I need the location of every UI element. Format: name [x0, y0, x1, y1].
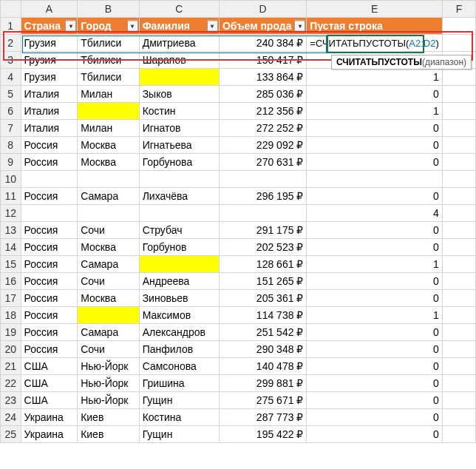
cell[interactable]	[442, 35, 475, 52]
cell[interactable]: Струбач	[139, 222, 219, 239]
row-header[interactable]: 10	[1, 171, 21, 188]
cell[interactable]: 290 348 ₽	[219, 341, 306, 358]
cell[interactable]: 291 175 ₽	[219, 222, 306, 239]
row-header[interactable]: 11	[1, 188, 21, 205]
row-header[interactable]: 7	[1, 120, 21, 137]
filter-icon[interactable]: ▾	[127, 21, 138, 32]
cell[interactable]: Нью-Йорк	[78, 358, 140, 375]
cell[interactable]: Лихачёва	[139, 188, 219, 205]
col-header-D[interactable]: D	[219, 1, 306, 18]
cell[interactable]: Грузия	[21, 52, 78, 69]
row-header[interactable]: 5	[1, 86, 21, 103]
cell[interactable]: Москва	[78, 137, 140, 154]
row-header[interactable]: 8	[1, 137, 21, 154]
cell[interactable]	[139, 171, 219, 188]
cell[interactable]	[307, 171, 442, 188]
cell[interactable]: Россия	[21, 341, 78, 358]
header-country[interactable]: Страна▾	[21, 18, 78, 35]
cell[interactable]: Россия	[21, 307, 78, 324]
cell[interactable]: 0	[307, 273, 442, 290]
cell[interactable]: Россия	[21, 239, 78, 256]
cell[interactable]: Нью-Йорк	[78, 375, 140, 392]
cell[interactable]: 299 881 ₽	[219, 375, 306, 392]
cell[interactable]: Нью-Йорк	[78, 392, 140, 409]
cell[interactable]: 0	[307, 86, 442, 103]
cell[interactable]: 0	[307, 290, 442, 307]
cell[interactable]: Игнатьева	[139, 137, 219, 154]
cell[interactable]: Москва	[78, 154, 140, 171]
cell[interactable]: 275 671 ₽	[219, 392, 306, 409]
row-header[interactable]: 24	[1, 409, 21, 426]
spreadsheet[interactable]: A B C D E F 1 Страна▾ Город▾ Фамилия▾ Об…	[0, 0, 476, 443]
cell[interactable]: Зыков	[139, 86, 219, 103]
cell[interactable]: Тбилиси	[78, 35, 140, 52]
cell[interactable]: Горбунова	[139, 154, 219, 171]
cell[interactable]: Тбилиси	[78, 52, 140, 69]
row-header[interactable]: 15	[1, 256, 21, 273]
header-empty[interactable]: Пустая строка	[307, 18, 442, 35]
cell[interactable]	[442, 273, 475, 290]
cell[interactable]	[442, 171, 475, 188]
cell[interactable]	[78, 205, 140, 222]
cell[interactable]: 0	[307, 375, 442, 392]
cell[interactable]: Гущин	[139, 392, 219, 409]
cell[interactable]: Андреева	[139, 273, 219, 290]
cell[interactable]	[442, 409, 475, 426]
cell[interactable]	[442, 307, 475, 324]
cell[interactable]: Сочи	[78, 273, 140, 290]
cell[interactable]: Самара	[78, 188, 140, 205]
cell[interactable]: Игнатов	[139, 120, 219, 137]
row-header[interactable]: 16	[1, 273, 21, 290]
row-header[interactable]: 9	[1, 154, 21, 171]
filter-icon[interactable]: ▾	[65, 21, 76, 32]
cell[interactable]: Киев	[78, 426, 140, 443]
cell[interactable]	[442, 426, 475, 443]
col-header-E[interactable]: E	[307, 1, 442, 18]
row-header[interactable]: 25	[1, 426, 21, 443]
cell[interactable]: 0	[307, 137, 442, 154]
cell[interactable]	[442, 239, 475, 256]
cell[interactable]: 240 384 ₽	[219, 35, 306, 52]
row-header[interactable]: 21	[1, 358, 21, 375]
cell[interactable]: Сочи	[78, 341, 140, 358]
cell[interactable]	[219, 171, 306, 188]
cell[interactable]	[442, 358, 475, 375]
row-header[interactable]: 2	[1, 35, 21, 52]
cell[interactable]: 151 265 ₽	[219, 273, 306, 290]
cell[interactable]: Костина	[139, 409, 219, 426]
cell[interactable]: 0	[307, 222, 442, 239]
cell[interactable]: Гущин	[139, 426, 219, 443]
cell[interactable]: 212 356 ₽	[219, 103, 306, 120]
cell[interactable]: Россия	[21, 273, 78, 290]
cell[interactable]: Максимов	[139, 307, 219, 324]
col-header-A[interactable]: A	[21, 1, 78, 18]
cell[interactable]: Самсонова	[139, 358, 219, 375]
cell[interactable]: Россия	[21, 222, 78, 239]
cell[interactable]	[442, 69, 475, 86]
cell[interactable]: 4	[307, 205, 442, 222]
cell[interactable]	[442, 120, 475, 137]
col-header-F[interactable]: F	[442, 1, 475, 18]
row-header[interactable]: 20	[1, 341, 21, 358]
cell[interactable]: Панфилов	[139, 341, 219, 358]
cell[interactable]: Дмитриева	[139, 35, 219, 52]
cell[interactable]: Горбунов	[139, 239, 219, 256]
cell[interactable]: 140 478 ₽	[219, 358, 306, 375]
row-header[interactable]: 18	[1, 307, 21, 324]
cell[interactable]: Тбилиси	[78, 69, 140, 86]
cell[interactable]: Италия	[21, 86, 78, 103]
cell[interactable]: 287 773 ₽	[219, 409, 306, 426]
cell[interactable]: Киев	[78, 409, 140, 426]
cell[interactable]: 272 252 ₽	[219, 120, 306, 137]
cell[interactable]: =СЧИТАТЬПУСТОТЫ(A2:D2)	[307, 35, 442, 52]
row-header[interactable]: 19	[1, 324, 21, 341]
row-header[interactable]: 4	[1, 69, 21, 86]
cell[interactable]: Украина	[21, 409, 78, 426]
cell[interactable]: Шарапов	[139, 52, 219, 69]
cell[interactable]: Самара	[78, 256, 140, 273]
cell[interactable]: Россия	[21, 154, 78, 171]
cell[interactable]: Италия	[21, 120, 78, 137]
cell[interactable]	[442, 103, 475, 120]
cell[interactable]: 270 631 ₽	[219, 154, 306, 171]
cell[interactable]	[219, 205, 306, 222]
